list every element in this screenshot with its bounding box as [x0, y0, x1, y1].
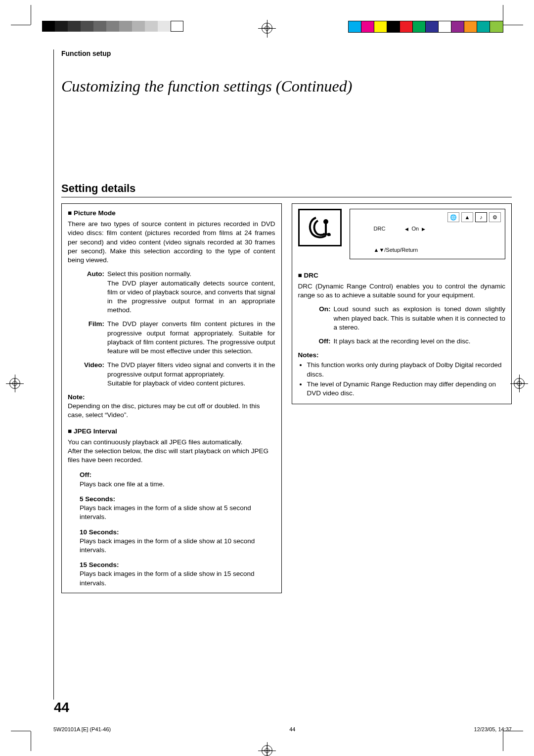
- screen-menu: 🌐 ▲ ♪ ⚙ DRC ◀ On ▶ ▲▼/Setup/Return: [350, 209, 506, 259]
- jpeg-off-label: Off:: [80, 471, 275, 479]
- drc-off-body: It plays back at the recording level on …: [334, 337, 506, 346]
- jpeg-options: Off: Plays back one file at a time. 5 Se…: [80, 471, 275, 587]
- picture-mode-note-label: Note:: [68, 393, 275, 402]
- jpeg-title-text: JPEG Interval: [74, 427, 117, 435]
- footer: 5W20101A [E] (P41-46) 44 12/23/05, 14:37: [53, 726, 512, 732]
- screen-value-text: On: [411, 226, 419, 232]
- jpeg-10s-body: Plays back images in the form of a slide…: [80, 537, 275, 555]
- jpeg-intro: You can continuously playback all JPEG f…: [68, 438, 275, 465]
- color-bar: [348, 21, 503, 33]
- cropmark: [11, 25, 31, 25]
- page-title: Customizing the function settings (Conti…: [61, 77, 512, 95]
- drc-intro: DRC (Dynamic Range Control) enables you …: [298, 282, 506, 300]
- cropmark: [503, 731, 503, 751]
- footer-right: 12/23/05, 14:37: [474, 726, 512, 732]
- option-video: Video: The DVD player filters video sign…: [78, 361, 275, 388]
- screen-return: ▲▼/Setup/Return: [354, 246, 501, 254]
- option-video-label: Video:: [78, 361, 107, 388]
- drc-on-label: On:: [313, 305, 334, 332]
- option-film: Film: The DVD player converts film conte…: [78, 320, 275, 356]
- cropmark: [11, 731, 31, 731]
- columns: ■ Picture Mode There are two types of so…: [61, 203, 512, 593]
- drc-off: Off: It plays back at the recording leve…: [313, 337, 506, 346]
- jpeg-title: ■ JPEG Interval: [68, 427, 275, 436]
- screen-drc-label: DRC: [374, 225, 386, 233]
- option-video-body: The DVD player filters video signal and …: [107, 361, 275, 388]
- tab-picture-icon: ▲: [461, 212, 473, 222]
- cropmark: [31, 731, 31, 751]
- sub-header: Setting details: [61, 182, 512, 197]
- footer-mid: 44: [289, 726, 295, 732]
- drc-on-body: Loud sound such as explosion is toned do…: [334, 305, 506, 332]
- svg-rect-1: [325, 224, 327, 236]
- jpeg-5s-body: Plays back images in the form of a slide…: [80, 504, 275, 521]
- picture-mode-note-body: Depending on the disc, pictures may be c…: [68, 402, 275, 420]
- footer-left: 5W20101A [E] (P41-46): [53, 726, 111, 732]
- screen-tabs: 🌐 ▲ ♪ ⚙: [354, 212, 501, 222]
- option-film-body: The DVD player converts film content pic…: [107, 320, 275, 356]
- screen-menu-line: DRC ◀ On ▶: [354, 225, 501, 233]
- page-number: 44: [51, 700, 72, 715]
- picture-mode-title: ■ Picture Mode: [68, 209, 275, 218]
- option-auto-body: Select this position normally. The DVD p…: [107, 270, 275, 315]
- picture-mode-title-text: Picture Mode: [74, 209, 116, 217]
- right-column: 🌐 ▲ ♪ ⚙ DRC ◀ On ▶ ▲▼/Setup/Return: [292, 203, 512, 593]
- option-auto-label: Auto:: [78, 270, 107, 315]
- drc-on: On: Loud sound such as explosion is tone…: [313, 305, 506, 332]
- audio-icon: [298, 209, 342, 246]
- jpeg-5s-label: 5 Seconds:: [80, 495, 275, 504]
- content-area: Function setup Customizing the function …: [53, 49, 512, 711]
- drc-note-2: The level of Dynamic Range Reduction may…: [307, 380, 506, 398]
- tab-globe-icon: 🌐: [447, 212, 459, 222]
- drc-off-label: Off:: [313, 337, 334, 346]
- jpeg-off-body: Plays back one file at a time.: [80, 480, 275, 489]
- section-header: Function setup: [61, 49, 512, 57]
- tab-audio-icon: ♪: [475, 212, 487, 222]
- cropmark: [31, 5, 31, 25]
- picture-mode-intro: There are two types of source content in…: [68, 220, 275, 265]
- option-film-label: Film:: [78, 320, 107, 356]
- drc-notes-label: Notes:: [298, 351, 506, 360]
- grayscale-bar: [42, 21, 183, 32]
- left-column: ■ Picture Mode There are two types of so…: [61, 203, 282, 593]
- cropmark: [503, 25, 523, 25]
- option-auto: Auto: Select this position normally. The…: [78, 270, 275, 315]
- screen-drc-value: ◀ On ▶: [405, 225, 425, 233]
- drc-options: On: Loud sound such as explosion is tone…: [313, 305, 506, 346]
- drc-note-1: This function works only during playback…: [307, 361, 506, 378]
- drc-panel: 🌐 ▲ ♪ ⚙ DRC ◀ On ▶ ▲▼/Setup/Return: [292, 203, 512, 404]
- drc-notes: Notes: This function works only during p…: [298, 351, 506, 398]
- page: Function setup Customizing the function …: [0, 0, 534, 756]
- jpeg-15s-label: 15 Seconds:: [80, 561, 275, 569]
- jpeg-15s-body: Plays back images in the form of a slide…: [80, 569, 275, 587]
- tab-settings-icon: ⚙: [489, 212, 501, 222]
- svg-point-0: [323, 219, 328, 224]
- picture-mode-options: Auto: Select this position normally. The…: [78, 270, 275, 388]
- drc-title-text: DRC: [304, 272, 318, 279]
- picture-mode-panel: ■ Picture Mode There are two types of so…: [61, 203, 282, 593]
- jpeg-10s-label: 10 Seconds:: [80, 528, 275, 537]
- screen-mock: 🌐 ▲ ♪ ⚙ DRC ◀ On ▶ ▲▼/Setup/Return: [298, 209, 506, 259]
- drc-title: ■ DRC: [298, 271, 506, 280]
